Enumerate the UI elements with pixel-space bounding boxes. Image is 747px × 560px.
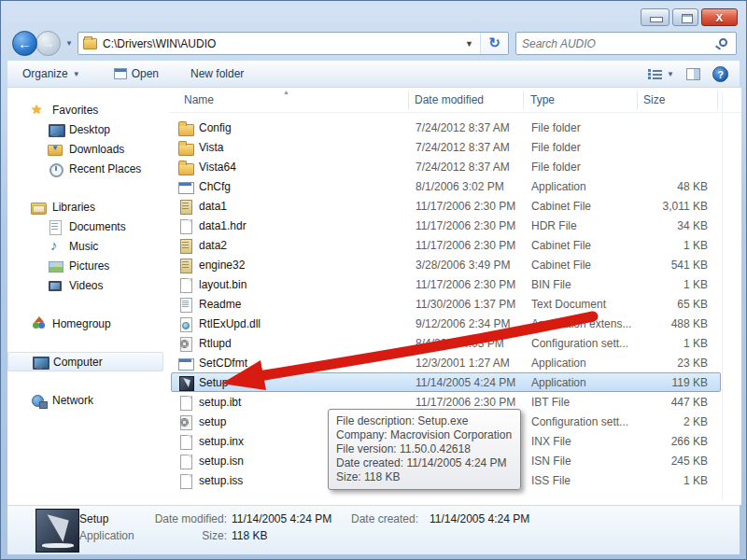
file-row[interactable]: data1.hdr11/17/2006 2:30 PMHDR File34 KB [171,216,721,235]
column-divider[interactable] [408,91,409,109]
file-date: 8/4/2006 4:03 PM [416,337,504,350]
application-icon [178,356,193,371]
address-path[interactable]: C:\Drivers\WIN\AUDIO [103,37,458,50]
file-type: File folder [531,121,581,134]
file-name: setup.ibt [199,396,241,409]
address-dropdown-icon[interactable]: ▼ [458,39,480,49]
organize-button[interactable]: Organize ▼ [17,63,86,84]
file-name: data1.hdr [199,219,247,232]
sidebar-item-computer[interactable]: Computer [7,352,163,371]
column-divider[interactable] [637,91,638,109]
star-icon [31,103,47,118]
sidebar-item-pictures[interactable]: Pictures [7,256,169,275]
file-date: 12/3/2001 1:27 AM [416,357,510,370]
refresh-button[interactable]: ↻ [480,33,508,54]
minimize-button[interactable] [641,8,669,26]
help-icon[interactable]: ? [712,66,728,82]
column-divider[interactable] [523,91,524,109]
search-icon[interactable] [719,38,727,47]
column-headers: ▲ Name Date modified Type Size [169,88,741,113]
sidebar-item-downloads[interactable]: Downloads [7,139,169,159]
search-box[interactable] [515,32,737,55]
file-size: 266 KB [594,435,708,448]
column-header-name[interactable]: Name [184,93,214,106]
file-icon [178,218,193,233]
search-input[interactable] [522,35,709,52]
file-date: 11/30/2006 1:37 PM [416,298,515,311]
file-name: setup.inx [199,435,244,448]
navigation-bar: ← → ▼ C:\Drivers\WIN\AUDIO ▼ ↻ [1,27,746,61]
column-header-date-modified[interactable]: Date modified [415,93,484,106]
sidebar-item-label: Recent Places [69,162,141,175]
file-name: Rtlupd [199,337,232,350]
sidebar-item-network[interactable]: Network [7,390,169,410]
file-row[interactable]: Config7/24/2012 8:37 AMFile folder [171,118,721,137]
file-name: Vista64 [199,161,236,174]
sidebar-item-favorites[interactable]: Favorites [7,100,169,119]
dll-icon [178,316,193,331]
tooltip-line: File description: Setup.exe [336,414,513,428]
new-folder-button[interactable]: New folder [185,63,249,84]
close-button[interactable] [701,8,738,26]
cabinet-icon [178,238,193,253]
file-type: Application [531,376,586,389]
organize-label: Organize [22,67,68,80]
folder-icon [178,160,193,175]
file-name: engine32 [199,259,245,272]
file-row[interactable]: layout.bin11/17/2006 2:30 PMBIN File1 KB [171,274,721,294]
sidebar-item-documents[interactable]: Documents [7,217,169,236]
column-header-size[interactable]: Size [643,93,665,106]
file-type: BIN File [531,278,571,291]
file-date: 11/17/2006 2:30 PM [416,239,515,252]
file-type: ISS File [531,474,571,487]
sidebar-item-desktop[interactable]: Desktop [7,119,169,139]
homegroup-icon [31,316,47,331]
file-type: IBT File [531,396,570,409]
sidebar-item-label: Pictures [69,259,109,273]
maximize-button[interactable] [672,8,698,26]
sidebar-item-videos[interactable]: Videos [7,275,169,295]
details-file-name: Setup [79,512,108,525]
views-icon[interactable] [648,68,662,79]
file-row[interactable]: Vista7/24/2012 8:37 AMFile folder [171,137,721,157]
file-row-setup-selected[interactable]: Setup11/14/2005 4:24 PMApplication119 KB [171,372,721,392]
sidebar-item-label: Computer [53,356,103,369]
forward-button[interactable]: → [35,31,61,56]
sidebar-item-music[interactable]: Music [7,236,169,256]
file-row[interactable]: Rtlupd8/4/2006 4:03 PMConfiguration sett… [171,333,721,353]
sidebar-item-libraries[interactable]: Libraries [7,197,169,217]
file-name: ChCfg [199,180,231,193]
explorer-window: ← → ▼ C:\Drivers\WIN\AUDIO ▼ ↻ Organize … [0,0,747,560]
file-row[interactable]: Readme11/30/2006 1:37 PMText Document65 … [171,294,721,314]
file-type: Cabinet File [531,259,591,272]
file-row[interactable]: data111/17/2006 2:30 PMCabinet File3,011… [171,196,721,216]
file-date: 11/17/2006 2:30 PM [416,396,515,409]
file-row[interactable]: SetCDfmt12/3/2001 1:27 AMApplication23 K… [171,353,721,372]
file-row[interactable]: engine323/28/2006 3:49 PMCabinet File541… [171,255,721,274]
file-type: HDR File [531,219,577,232]
file-row[interactable]: data211/17/2006 2:30 PMCabinet File1 KB [171,235,721,255]
sidebar-item-recent-places[interactable]: Recent Places [7,159,169,178]
file-name: setup.iss [199,474,243,487]
file-row[interactable]: Vista647/24/2012 8:37 AMFile folder [171,157,721,176]
preview-pane-icon[interactable] [686,68,700,80]
tooltip-line: Size: 118 KB [336,470,513,484]
sidebar-item-homegroup[interactable]: Homegroup [7,314,169,333]
sidebar-item-label: Favorites [52,104,98,117]
details-file-type: Application [79,529,134,542]
address-bar[interactable]: C:\Drivers\WIN\AUDIO ▼ ↻ [78,32,509,55]
file-date: 9/12/2006 2:34 PM [416,317,510,330]
sidebar-item-label: Libraries [52,201,95,214]
file-row[interactable]: ChCfg8/1/2006 3:02 PMApplication48 KB [171,176,721,196]
column-divider[interactable] [717,91,718,109]
file-row[interactable]: RtlExUpd.dll9/12/2006 2:34 PMApplication… [171,314,721,333]
file-size: 245 KB [594,455,708,468]
file-size: 3,011 KB [594,200,708,213]
views-dropdown-icon[interactable]: ▼ [667,70,674,78]
history-dropdown-icon[interactable]: ▼ [65,39,73,48]
file-size: 34 KB [594,219,708,232]
back-button[interactable]: ← [12,31,37,56]
open-button[interactable]: Open [108,63,164,84]
open-label: Open [132,67,159,80]
column-header-type[interactable]: Type [530,93,555,106]
